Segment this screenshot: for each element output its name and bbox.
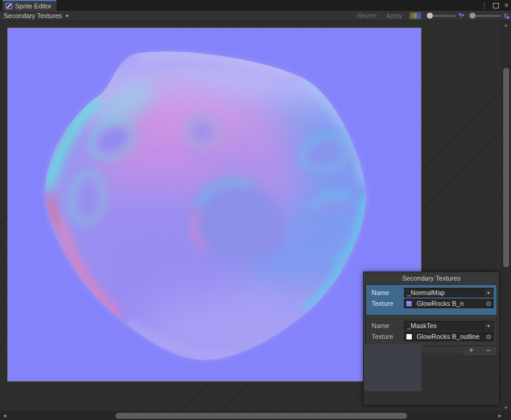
texture-value: GlowRocks B_outline	[414, 333, 483, 340]
name-row: Name _MaskTex ▼	[368, 321, 495, 330]
toolbar-right-group: Revert Apply	[355, 11, 509, 20]
red-channel-icon	[411, 13, 414, 18]
panel-title: Secondary Textures	[364, 272, 499, 284]
vertical-scrollbar-thumb[interactable]	[503, 68, 509, 267]
scroll-down-icon[interactable]: ▼	[504, 406, 508, 410]
add-entry-button[interactable]: +	[463, 347, 480, 356]
scroll-right-icon[interactable]: ▶	[498, 413, 501, 418]
alpha-slider-knob[interactable]	[427, 13, 433, 19]
texture-label: Texture	[368, 300, 404, 307]
name-row: Name _NormalMap ▼	[368, 288, 495, 297]
revert-button[interactable]: Revert	[355, 11, 378, 20]
texture-label: Texture	[368, 333, 404, 340]
texture-thumbnail	[406, 300, 412, 307]
texture-view[interactable]	[8, 28, 421, 381]
normal-map-sprite	[8, 28, 421, 381]
chevron-down-icon: ▼	[486, 324, 491, 328]
remove-entry-button[interactable]: −	[480, 347, 497, 356]
texture-value: GlowRocks B_n	[414, 300, 483, 307]
title-bar: Sprite Editor ⋮ ×	[0, 0, 511, 11]
window-menu-icon[interactable]: ⋮	[481, 2, 488, 9]
chevron-down-icon: ▼	[486, 291, 491, 295]
mip-slider-knob[interactable]	[470, 13, 476, 19]
apply-button[interactable]: Apply	[384, 11, 404, 20]
name-dropdown-field[interactable]: _MaskTex ▼	[404, 321, 494, 330]
sprite-editor-toolbar: Secondary Textures ▼ Revert Apply	[0, 11, 511, 21]
name-value: _MaskTex	[405, 322, 483, 329]
tab-sprite-editor[interactable]: Sprite Editor	[2, 0, 57, 11]
panel-top: Secondary Textures Name _NormalMap ▼ Tex…	[364, 272, 499, 353]
name-label: Name	[368, 289, 404, 296]
window-controls: ⋮ ×	[481, 0, 509, 11]
panel-ghost-region	[364, 344, 421, 391]
mode-dropdown-label: Secondary Textures	[4, 12, 62, 19]
list-footer: + −	[462, 347, 497, 356]
scroll-left-icon[interactable]: ◀	[3, 413, 6, 418]
maximize-icon[interactable]	[493, 3, 499, 8]
mip-level-icon	[504, 13, 509, 19]
texture-object-field[interactable]: GlowRocks B_n ⊙	[404, 299, 494, 308]
name-dropdown-button[interactable]: ▼	[483, 321, 493, 330]
chevron-down-icon: ▼	[65, 14, 69, 18]
texture-object-field[interactable]: GlowRocks B_outline ⊙	[404, 332, 494, 341]
mode-dropdown[interactable]: Secondary Textures ▼	[0, 11, 75, 20]
tab-title: Sprite Editor	[15, 2, 52, 10]
texture-thumbnail	[406, 333, 412, 340]
name-label: Name	[368, 322, 404, 329]
mip-slider[interactable]	[470, 11, 501, 20]
secondary-texture-list: Name _NormalMap ▼ Texture GlowRocks B_n	[366, 284, 497, 346]
list-item-masktex[interactable]: Name _MaskTex ▼ Texture GlowRocks B_outl…	[366, 318, 497, 345]
alpha-slider[interactable]	[427, 11, 456, 20]
object-picker-icon: ⊙	[486, 300, 491, 307]
texture-row: Texture GlowRocks B_outline ⊙	[368, 332, 495, 341]
name-dropdown-field[interactable]: _NormalMap ▼	[404, 288, 494, 297]
horizontal-scrollbar-thumb[interactable]	[115, 413, 407, 419]
list-item-normalmap[interactable]: Name _NormalMap ▼ Texture GlowRocks B_n	[366, 285, 497, 315]
blue-channel-icon	[417, 13, 420, 18]
object-picker-button[interactable]: ⊙	[483, 299, 493, 308]
green-channel-icon	[414, 13, 417, 18]
color-channels-button[interactable]	[409, 12, 421, 19]
name-value: _NormalMap	[405, 289, 483, 296]
texture-row: Texture GlowRocks B_n ⊙	[368, 299, 495, 308]
sprite-editor-icon	[5, 2, 13, 10]
close-icon[interactable]: ×	[504, 2, 509, 9]
secondary-textures-panel: Secondary Textures Name _NormalMap ▼ Tex…	[363, 272, 500, 406]
scroll-up-icon[interactable]: ▲	[504, 23, 508, 27]
texture-detail-icon	[459, 13, 464, 19]
name-dropdown-button[interactable]: ▼	[483, 288, 493, 297]
object-picker-button[interactable]: ⊙	[483, 332, 493, 341]
object-picker-icon: ⊙	[486, 333, 491, 340]
